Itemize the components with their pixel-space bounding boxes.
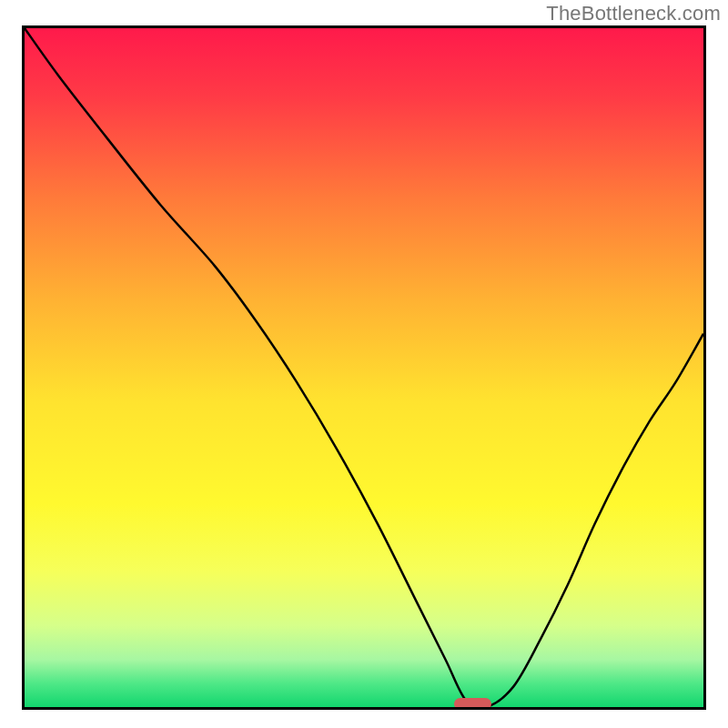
plot-area xyxy=(22,25,706,710)
chart-container: TheBottleneck.com xyxy=(0,0,728,728)
optimal-marker xyxy=(454,698,491,710)
watermark-text: TheBottleneck.com xyxy=(546,2,721,25)
bottleneck-curve xyxy=(25,28,703,707)
